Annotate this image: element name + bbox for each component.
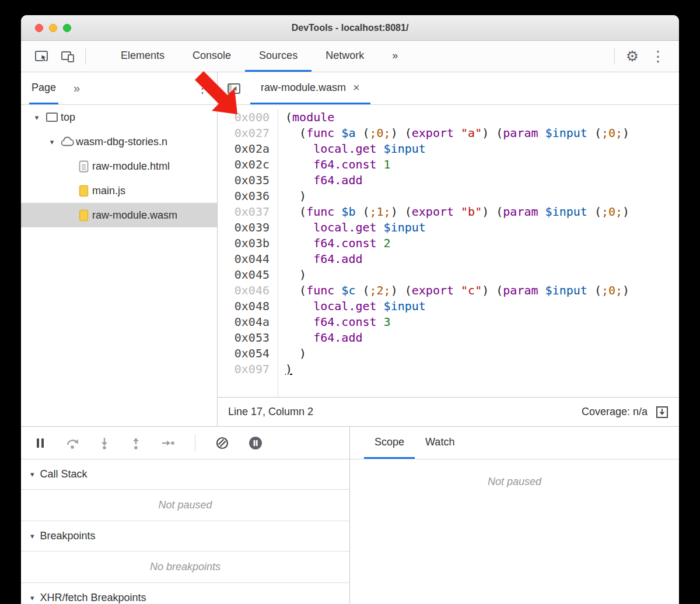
byte-offset[interactable]: 0x054 xyxy=(218,346,270,361)
tree-item-raw-module-html[interactable]: raw-module.html xyxy=(21,154,217,178)
byte-offset[interactable]: 0x036 xyxy=(218,188,270,204)
byte-offset[interactable]: 0x02c xyxy=(218,157,270,173)
tree-item-wasm-dbg-stories-n[interactable]: ▾wasm-dbg-stories.n xyxy=(21,129,217,154)
toolbar-right-group: ⚙ ⋮ xyxy=(610,41,679,72)
code-line[interactable]: ) xyxy=(285,188,679,204)
debugger-area: ▾ Call Stack Not paused ▾ Breakpoints No… xyxy=(21,426,679,604)
tree-item-raw-module-wasm[interactable]: raw-module.wasm xyxy=(21,203,217,227)
code-line[interactable]: f64.add xyxy=(285,251,679,267)
byte-offset[interactable]: 0x097 xyxy=(218,361,270,377)
code-line[interactable]: local.get $input xyxy=(285,299,679,314)
navigator-tabbar: Page » ⋮ xyxy=(21,72,217,105)
code-line[interactable]: f64.const 1 xyxy=(285,157,679,173)
xhr-breakpoints-section-header[interactable]: ▾ XHR/fetch Breakpoints xyxy=(21,583,349,604)
chevron-down-icon[interactable]: ▾ xyxy=(30,113,43,122)
hide-navigator-icon xyxy=(227,83,241,94)
code-area[interactable]: (module (func $a (;0;) (export "a") (par… xyxy=(278,110,679,397)
debug-toolbar xyxy=(21,427,349,459)
tab-elements[interactable]: Elements xyxy=(107,41,178,72)
editor-tab-raw-module-wasm[interactable]: raw-module.wasm × xyxy=(250,72,370,104)
chevron-down-icon: ▾ xyxy=(30,470,34,479)
file-icon xyxy=(79,160,89,173)
devtools-window: DevTools - localhost:8081/ Elements Cons… xyxy=(21,15,679,604)
device-toolbar-button[interactable] xyxy=(55,41,80,72)
byte-offset[interactable]: 0x04a xyxy=(218,314,270,330)
step-into-icon[interactable] xyxy=(98,437,111,450)
chevron-down-icon[interactable]: ▾ xyxy=(46,138,58,146)
byte-offset[interactable]: 0x037 xyxy=(218,204,270,220)
minimize-window-button[interactable] xyxy=(49,24,57,32)
close-tab-icon[interactable]: × xyxy=(353,81,360,94)
coverage-status: Coverage: n/a xyxy=(582,406,648,418)
close-window-button[interactable] xyxy=(35,24,43,32)
device-toolbar-icon xyxy=(61,50,75,63)
code-line[interactable]: f64.add xyxy=(285,330,679,346)
more-tabs-chevron[interactable]: » xyxy=(378,41,412,72)
deactivate-breakpoints-icon[interactable] xyxy=(215,436,229,450)
byte-offset[interactable]: 0x045 xyxy=(218,267,270,283)
toggle-navigator-button[interactable] xyxy=(218,72,250,104)
pause-script-icon[interactable] xyxy=(34,437,47,450)
navigator-menu-icon[interactable]: ⋮ xyxy=(196,72,209,104)
code-line[interactable]: ) xyxy=(285,267,679,283)
code-line[interactable]: f64.const 3 xyxy=(285,314,679,330)
tab-watch[interactable]: Watch xyxy=(415,427,465,459)
call-stack-title: Call Stack xyxy=(40,468,88,480)
settings-button[interactable]: ⚙ xyxy=(620,41,645,72)
three-dot-menu-icon: ⋮ xyxy=(651,49,666,64)
byte-offset[interactable]: 0x039 xyxy=(218,220,270,236)
step-icon[interactable] xyxy=(161,437,175,450)
coverage-toggle-icon[interactable] xyxy=(656,406,668,419)
tab-console[interactable]: Console xyxy=(178,41,245,72)
tree-item-top[interactable]: ▾top xyxy=(21,105,217,129)
byte-offset[interactable]: 0x046 xyxy=(218,283,270,299)
tab-scope[interactable]: Scope xyxy=(364,427,415,459)
window-title: DevTools - localhost:8081/ xyxy=(292,23,409,33)
tab-page[interactable]: Page xyxy=(29,72,58,104)
code-line[interactable]: f64.const 2 xyxy=(285,236,679,251)
code-line[interactable]: local.get $input xyxy=(285,220,679,236)
main-menu-button[interactable]: ⋮ xyxy=(645,41,671,72)
breakpoints-section-header[interactable]: ▾ Breakpoints xyxy=(21,521,349,552)
navigator-sidebar: Page » ⋮ ▾top▾wasm-dbg-stories.nraw-modu… xyxy=(21,72,218,426)
editor-tab-label: raw-module.wasm xyxy=(261,82,346,94)
tree-item-main-js[interactable]: main.js xyxy=(21,178,217,203)
zoom-window-button[interactable] xyxy=(63,24,71,32)
byte-offset[interactable]: 0x000 xyxy=(218,110,270,125)
code-line[interactable]: (module xyxy=(285,110,679,125)
byte-offset[interactable]: 0x02a xyxy=(218,141,270,157)
code-line[interactable]: f64.add xyxy=(285,173,679,188)
file-tree: ▾top▾wasm-dbg-stories.nraw-module.htmlma… xyxy=(21,105,217,426)
navigator-more-tabs-chevron[interactable]: » xyxy=(74,72,80,104)
byte-offset[interactable]: 0x035 xyxy=(218,173,270,188)
inspect-element-button[interactable] xyxy=(29,41,55,72)
call-stack-empty-message: Not paused xyxy=(21,490,349,521)
byte-offset[interactable]: 0x03b xyxy=(218,236,270,251)
byte-offset[interactable]: 0x053 xyxy=(218,330,270,346)
code-line[interactable]: ) xyxy=(285,361,679,377)
code-line[interactable]: ) xyxy=(285,346,679,361)
code-line[interactable]: (func $a (;0;) (export "a") (param $inpu… xyxy=(285,125,679,141)
tab-network[interactable]: Network xyxy=(312,41,378,72)
byte-offset[interactable]: 0x027 xyxy=(218,125,270,141)
code-line[interactable]: (func $c (;2;) (export "c") (param $inpu… xyxy=(285,283,679,299)
tab-sources[interactable]: Sources xyxy=(245,41,312,72)
window-titlebar[interactable]: DevTools - localhost:8081/ xyxy=(21,15,679,41)
step-out-icon[interactable] xyxy=(130,437,142,450)
step-over-icon[interactable] xyxy=(65,437,79,450)
tree-item-label: top xyxy=(61,111,75,124)
byte-offset[interactable]: 0x044 xyxy=(218,251,270,267)
toolbar-separator xyxy=(614,48,615,64)
editor-status-bar: Line 17, Column 2 Coverage: n/a xyxy=(218,397,679,426)
devtools-main-toolbar: Elements Console Sources Network » ⚙ ⋮ xyxy=(21,41,679,72)
scope-empty-message: Not paused xyxy=(350,459,679,488)
code-line[interactable]: local.get $input xyxy=(285,141,679,157)
scope-tabbar: Scope Watch xyxy=(350,427,679,459)
byte-offset[interactable]: 0x048 xyxy=(218,299,270,314)
call-stack-section-header[interactable]: ▾ Call Stack xyxy=(21,459,349,490)
pause-on-exceptions-icon[interactable] xyxy=(248,436,263,451)
breakpoints-title: Breakpoints xyxy=(40,530,96,542)
chevron-down-icon: ▾ xyxy=(30,532,34,540)
code-line[interactable]: (func $b (;1;) (export "b") (param $inpu… xyxy=(285,204,679,220)
byte-offset-gutter[interactable]: 0x0000x0270x02a0x02c0x0350x0360x0370x039… xyxy=(218,110,278,397)
